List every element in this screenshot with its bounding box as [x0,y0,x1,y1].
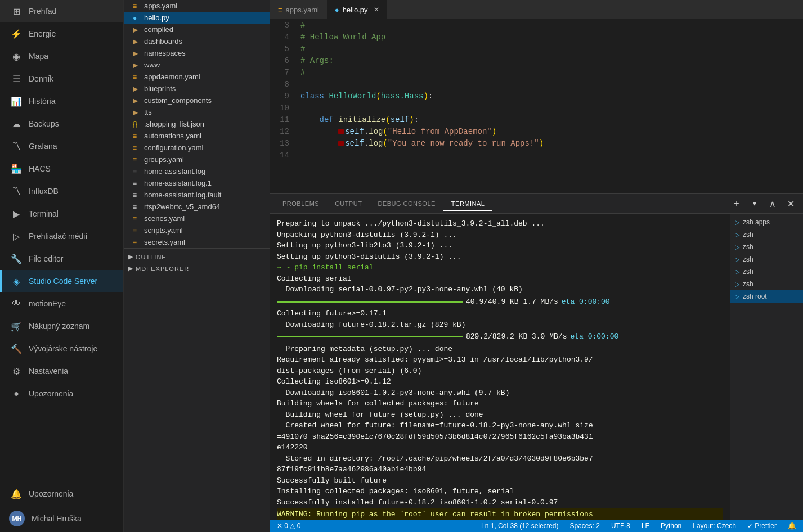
maximize-terminal-button[interactable]: ∧ [765,196,780,211]
terminal-session-zsh-3[interactable]: ▷ zsh [730,253,803,265]
sidebar-item-mapa[interactable]: ◉ Mapa [0,45,123,67]
sidebar-item-upozornenia[interactable]: 🔔 Upozornenia [0,483,123,505]
sidebar-item-nakupny[interactable]: 🛒 Nákupný zoznam [0,315,123,337]
file-icon: ≡ [133,238,142,246]
tab-output[interactable]: OUTPUT [327,197,370,210]
sidebar-item-motioneye[interactable]: 👁 motionEye [0,292,123,315]
tab-problems[interactable]: PROBLEMS [275,197,327,210]
terminal-session-zsh-2[interactable]: ▷ zsh [730,241,803,253]
tab-hello-py[interactable]: ● hello.py ✕ [327,0,387,19]
sidebar-item-historia[interactable]: 📊 História [0,90,123,112]
error-count[interactable]: ✕ 0 △ 0 [275,522,303,530]
terminal-session-zsh-5[interactable]: ▷ zsh [730,278,803,290]
file-item-dashboards[interactable]: ▶dashboards [124,35,270,47]
terminal-session-icon: ▷ [735,219,739,226]
file-item-scenes-yaml[interactable]: ≡scenes.yaml [124,213,270,224]
terminal-line: Building wheels for collected packages: … [277,398,723,409]
file-item-tts[interactable]: ▶tts [124,106,270,118]
sidebar-item-file-editor[interactable]: 🔧 File editor [0,247,123,270]
close-terminal-button[interactable]: ✕ [783,196,798,211]
file-item-secrets-yaml[interactable]: ≡secrets.yaml [124,236,270,248]
sidebar-item-grafana[interactable]: 〽 Grafana [0,135,123,157]
sidebar-label-hacs: HACS [29,164,51,173]
tab-debug-console[interactable]: DEBUG CONSOLE [370,197,443,210]
file-item--shopping-list-json[interactable]: {}.shopping_list.json [124,118,270,130]
sidebar-label-studio-code: Studio Code Server [29,277,97,286]
file-item-configuration-yaml[interactable]: ≡configuration.yaml [124,142,270,154]
sidebar-item-upozornenia[interactable]: ● Upozornenia [0,382,123,405]
section-arrow-icon: ▶ [128,253,133,260]
file-item-groups-yaml[interactable]: ≡groups.yaml [124,154,270,165]
sidebar-item-dennik[interactable]: ☰ Denník [0,67,123,90]
terminal-session-zsh-4[interactable]: ▷ zsh [730,265,803,278]
terminal-line: Installing collected packages: iso8601, … [277,486,723,497]
file-item-automations-yaml[interactable]: ≡automations.yaml [124,130,270,142]
sidebar-item-hacs[interactable]: 🏪 HACS [0,157,123,180]
sidebar-item-prehled[interactable]: ⊞ Prehľad [0,0,123,22]
folder-arrow-icon: ▶ [133,109,142,116]
file-item-rtsp2webrtc-v5-amd64[interactable]: ≡rtsp2webrtc_v5_amd64 [124,201,270,213]
tab-hello-py-label: hello.py [343,6,368,14]
tab-terminal[interactable]: TERMINAL [443,197,493,211]
file-editor-icon: 🔧 [11,253,22,264]
sidebar-item-nastavenia[interactable]: ⚙ Nastavenia [0,360,123,382]
line-ending-indicator[interactable]: LF [639,522,652,530]
encoding-indicator[interactable]: UTF-8 [609,522,632,530]
explorer-section-mdi-explorer[interactable]: ▶MDI EXPLORER [124,263,270,274]
sidebar-item-energie[interactable]: ⚡ Energie [0,22,123,45]
code-editor[interactable]: 3 # 4 # Hellow World App 5 # 6 # Args: 7… [270,20,803,193]
sidebar-item-prehliadac[interactable]: ▷ Prehliadač médií [0,225,123,247]
user-profile[interactable]: MH Michal Hruška [0,505,123,532]
file-item-apps-yaml[interactable]: ≡apps.yaml [124,0,270,12]
file-item-www[interactable]: ▶www [124,59,270,71]
explorer-section-outline[interactable]: ▶OUTLINE [124,251,270,263]
folder-label: blueprints [144,84,176,93]
tab-apps-yaml[interactable]: ≡ apps.yaml [270,0,327,19]
file-label: appdaemon.yaml [144,73,200,81]
upozornenia-icon: ● [11,388,22,399]
terminal-dropdown-button[interactable]: ▾ [747,196,762,211]
folder-label: namespaces [144,49,186,57]
terminal-line: Building wheel for future (setup.py) ...… [277,409,723,421]
file-item-custom-components[interactable]: ▶custom_components [124,94,270,106]
influxdb-icon: 〽 [11,186,22,197]
code-line-6: 6 # Args: [270,55,803,67]
terminal-session-zsh-apps[interactable]: ▷ zsh apps [730,216,803,228]
apps-yaml-icon: ≡ [278,6,282,14]
sidebar-item-vyvojarske[interactable]: 🔨 Vývojárske nástroje [0,337,123,360]
code-line-14: 14 [270,150,803,161]
editor-tabs: ≡ apps.yaml ● hello.py ✕ [270,0,803,20]
file-item-compiled[interactable]: ▶compiled [124,24,270,35]
layout-indicator[interactable]: Layout: Czech [690,522,738,530]
terminal-session-zsh-1[interactable]: ▷ zsh [730,228,803,241]
file-item-home-assistant-log-fault[interactable]: ≡home-assistant.log.fault [124,189,270,201]
language-indicator[interactable]: Python [658,522,684,530]
add-terminal-button[interactable]: + [729,196,744,211]
close-tab-icon[interactable]: ✕ [374,6,379,13]
bell-icon: 🔔 [11,488,22,499]
file-item-appdaemon-yaml[interactable]: ≡appdaemon.yaml [124,71,270,83]
sidebar-label-historia: História [29,97,55,106]
code-line-9: 9 class HelloWorld(hass.Hass): [270,91,803,102]
sidebar-item-studio-code[interactable]: ◈ Studio Code Server [0,270,123,292]
file-item-blueprints[interactable]: ▶blueprints [124,83,270,94]
terminal-session-zsh-root[interactable]: ▷ zsh root [730,290,803,303]
file-item-home-assistant-log-1[interactable]: ≡home-assistant.log.1 [124,177,270,189]
cursor-position[interactable]: Ln 1, Col 38 (12 selected) [479,522,560,530]
prettier-indicator[interactable]: ✓ Prettier [745,522,779,530]
ha-sidebar: ⊞ Prehľad ⚡ Energie ◉ Mapa ☰ Denník 📊 Hi… [0,0,124,532]
sidebar-item-terminal[interactable]: ▶ Terminal [0,202,123,225]
file-item-hello-py[interactable]: ●hello.py [124,12,270,24]
spaces-indicator[interactable]: Spaces: 2 [568,522,602,530]
prehled-icon: ⊞ [11,6,22,17]
code-line-5: 5 # [270,43,803,55]
file-item-namespaces[interactable]: ▶namespaces [124,47,270,59]
file-item-scripts-yaml[interactable]: ≡scripts.yaml [124,224,270,236]
file-label: home-assistant.log.1 [144,179,212,187]
notification-bell-icon[interactable]: 🔔 [786,522,798,530]
terminal-output[interactable]: Preparing to unpack .../python3-distutil… [270,214,730,520]
sidebar-item-influxdb[interactable]: 〽 InfluxDB [0,180,123,202]
file-item-home-assistant-log[interactable]: ≡home-assistant.log [124,165,270,177]
terminal-line: Successfully installed future-0.18.2 iso… [277,497,723,508]
sidebar-item-backups[interactable]: ☁ Backups [0,112,123,135]
